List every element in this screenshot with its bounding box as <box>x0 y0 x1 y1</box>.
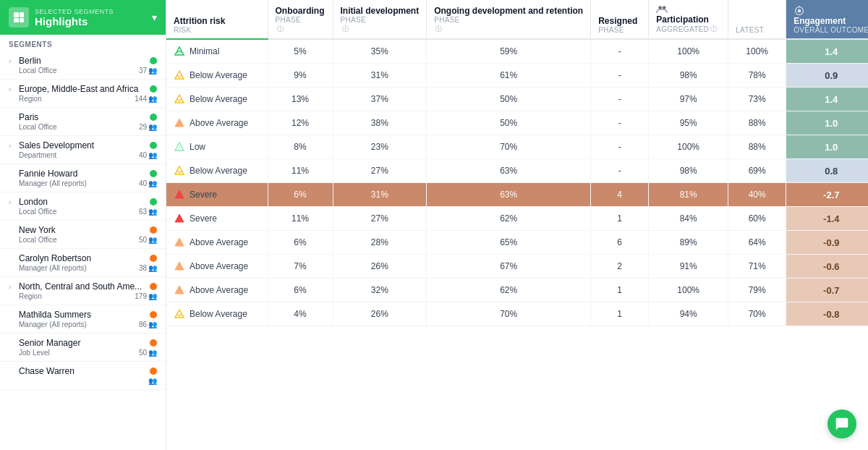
sidebar-item-type: Local Office <box>19 208 57 216</box>
participation-cell: 98% <box>649 159 728 183</box>
engagement-cell: -0.7 <box>786 279 868 302</box>
sidebar-item-newyork[interactable]: New York Local Office 50 👥 <box>0 221 166 249</box>
sidebar-item-count: 👥 <box>148 377 157 385</box>
engagement-cell: -0.6 <box>786 255 868 279</box>
onboarding-cell: 12% <box>268 111 333 135</box>
sidebar-item-berlin[interactable]: › Berlin Local Office 37 👥 <box>0 51 166 80</box>
attrition-cell: Severe <box>166 183 268 207</box>
table-row[interactable]: Above Average 6% 32% 62% 1 100% 79% -0.7… <box>166 279 868 302</box>
attrition-cell: Below Average <box>166 64 268 88</box>
sidebar-item-paris[interactable]: Paris Local Office 29 👥 <box>0 108 166 136</box>
chat-icon <box>835 417 849 431</box>
onboarding-cell: 8% <box>268 135 333 159</box>
sidebar-item-type: Region <box>19 292 42 300</box>
table-row[interactable]: Low 8% 23% 70% - 100% 88% 1.0 1.0 <box>166 135 868 159</box>
engagement-cell: 1.4 <box>786 88 868 111</box>
sidebar-item-type: Region <box>19 95 42 103</box>
sidebar-item-meta: Local Office 63 👥 <box>9 208 157 216</box>
sidebar-header[interactable]: SELECTED SEGMENTS Highlights ▾ <box>0 0 166 35</box>
participation-cell: 91% <box>649 255 728 279</box>
chevron-icon: › <box>9 283 16 291</box>
initial-cell: 27% <box>333 159 427 183</box>
resigned-cell: 1 <box>591 207 649 231</box>
table-row[interactable]: Severe 11% 27% 62% 1 84% 60% -1.4 -1.3 <box>166 207 868 231</box>
resigned-cell: 4 <box>591 183 649 207</box>
chat-button[interactable] <box>827 409 856 438</box>
resigned-cell: - <box>591 39 649 64</box>
attrition-cell: Above Average <box>166 279 268 302</box>
table-row[interactable]: Below Average 4% 26% 70% 1 94% 70% -0.8 … <box>166 302 868 326</box>
risk-label: Low <box>190 142 205 152</box>
risk-label: Above Average <box>190 118 248 128</box>
latest-cell: 88% <box>728 135 786 159</box>
sidebar-item-london[interactable]: › London Local Office 63 👥 <box>0 192 166 221</box>
sidebar-item-name: Berlin <box>19 56 147 66</box>
sidebar-item-chase[interactable]: Chase Warren 👥 <box>0 362 166 390</box>
resigned-cell: 1 <box>591 302 649 326</box>
sidebar-item-carolyn[interactable]: Carolyn Robertson Manager (All reports) … <box>0 249 166 277</box>
participation-cell: 89% <box>649 231 728 255</box>
participation-cell: 94% <box>649 302 728 326</box>
initial-cell: 31% <box>333 183 427 207</box>
sidebar-item-main: › Europe, Middle-East and Africa <box>9 84 157 94</box>
attrition-cell: Above Average <box>166 111 268 135</box>
initial-cell: 23% <box>333 135 427 159</box>
sidebar-item-senior[interactable]: Senior Manager Job Level 50 👥 <box>0 334 166 362</box>
attrition-cell: Below Average <box>166 159 268 183</box>
resigned-cell: 6 <box>591 231 649 255</box>
participation-cell: 97% <box>649 88 728 111</box>
low-risk-icon <box>174 141 185 153</box>
status-badge <box>150 283 157 290</box>
participation-cell: 95% <box>649 111 728 135</box>
table-wrapper[interactable]: Attrition risk RISK Onboarding PHASE ⓘ I… <box>166 0 868 450</box>
risk-label: Below Average <box>190 166 247 176</box>
status-badge <box>150 255 157 262</box>
status-badge <box>150 114 157 121</box>
sidebar-item-type: Department <box>19 151 56 159</box>
table-row[interactable]: Minimal 5% 35% 59% - 100% 100% 1.4 1.3 <box>166 39 868 64</box>
table-row[interactable]: Above Average 7% 26% 67% 2 91% 71% -0.6 … <box>166 255 868 279</box>
onboarding-cell: 6% <box>268 183 333 207</box>
risk-label: Below Average <box>190 94 247 104</box>
sidebar-item-name: Europe, Middle-East and Africa <box>19 84 147 94</box>
onboarding-cell: 13% <box>268 88 333 111</box>
sidebar-item-name: Sales Development <box>19 140 147 150</box>
sidebar-item-main: Mathilda Summers <box>9 310 157 320</box>
sidebar-item-name: New York <box>19 225 147 235</box>
sidebar-item-name: North, Central and South Ame... <box>19 281 147 292</box>
sidebar-item-mathilda[interactable]: Mathilda Summers Manager (All reports) 8… <box>0 305 166 334</box>
col-header-onboarding: Onboarding PHASE ⓘ <box>268 0 333 39</box>
table-row[interactable]: Above Average 6% 28% 65% 6 89% 64% -0.9 … <box>166 231 868 255</box>
sidebar-item-sales[interactable]: › Sales Development Department 40 👥 <box>0 136 166 164</box>
ongoing-cell: 70% <box>427 135 591 159</box>
latest-cell: 73% <box>728 88 786 111</box>
sidebar-item-main: Chase Warren <box>9 366 157 376</box>
sidebar-item-main: New York <box>9 225 157 235</box>
above-average-risk-icon <box>174 117 185 129</box>
resigned-cell: - <box>591 64 649 88</box>
severe-risk-icon <box>174 189 185 200</box>
table-row[interactable]: Above Average 12% 38% 50% - 95% 88% 1.0 … <box>166 111 868 135</box>
sidebar-item-north[interactable]: › North, Central and South Ame... Region… <box>0 277 166 305</box>
risk-label: Severe <box>190 213 217 224</box>
onboarding-cell: 6% <box>268 279 333 302</box>
table-row[interactable]: Severe 6% 31% 63% 4 81% 40% -2.7 -2.7 <box>166 183 868 207</box>
sidebar-item-fannie[interactable]: Fannie Howard Manager (All reports) 40 👥 <box>0 164 166 192</box>
table-row[interactable]: Below Average 11% 27% 63% - 98% 69% 0.8 … <box>166 159 868 183</box>
sidebar-item-type: Local Office <box>19 123 57 131</box>
ongoing-cell: 63% <box>427 183 591 207</box>
resigned-cell: - <box>591 135 649 159</box>
ongoing-cell: 63% <box>427 159 591 183</box>
attrition-cell: Below Average <box>166 88 268 111</box>
sidebar: SELECTED SEGMENTS Highlights ▾ SEGMENTS … <box>0 0 166 450</box>
sidebar-item-meta: Department 40 👥 <box>9 151 157 159</box>
sidebar-item-type: Job Level <box>19 349 50 357</box>
latest-cell: 40% <box>728 183 786 207</box>
data-table: Attrition risk RISK Onboarding PHASE ⓘ I… <box>166 0 868 326</box>
sidebar-item-europe[interactable]: › Europe, Middle-East and Africa Region … <box>0 80 166 108</box>
sidebar-item-count: 86 👥 <box>139 320 157 328</box>
table-row[interactable]: Below Average 13% 37% 50% - 97% 73% 1.4 … <box>166 88 868 111</box>
initial-cell: 26% <box>333 255 427 279</box>
table-row[interactable]: Below Average 9% 31% 61% - 98% 78% 0.9 0… <box>166 64 868 88</box>
onboarding-cell: 11% <box>268 207 333 231</box>
